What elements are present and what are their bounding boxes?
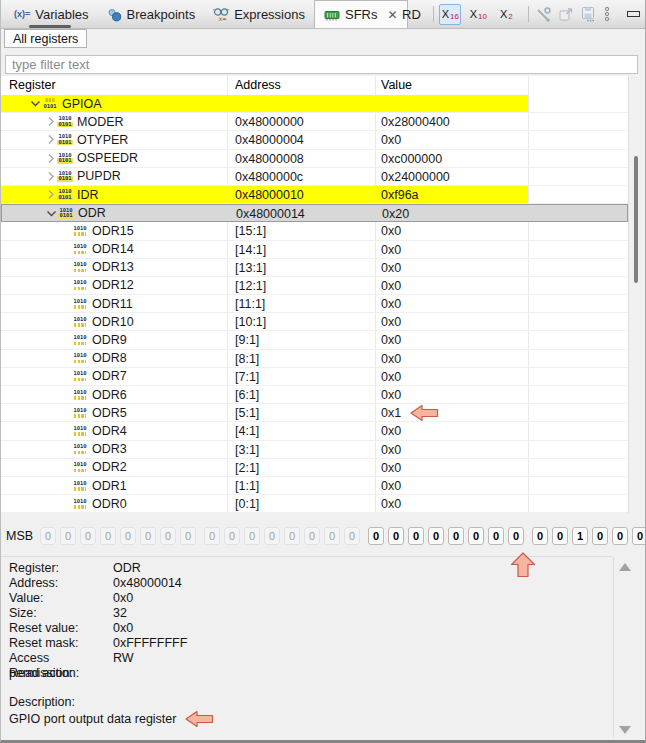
bit-6[interactable]: 0 <box>552 527 568 545</box>
register-value[interactable]: 0xf96a <box>381 188 419 202</box>
bit-14[interactable]: 0 <box>388 527 404 545</box>
register-value[interactable]: 0x1 <box>381 406 401 420</box>
register-value[interactable]: 0x28000400 <box>381 115 450 129</box>
table-row-idr[interactable]: 10100101IDR0x480000100xf96a <box>1 186 628 204</box>
table-row-odr2[interactable]: 1010ODR2[2:1]0x0 <box>1 459 628 477</box>
register-value[interactable]: 0x0 <box>381 297 401 311</box>
tab-variables[interactable]: (x)= Variables <box>5 0 98 28</box>
chevron-right-icon[interactable] <box>44 134 57 146</box>
tab-expressions[interactable]: x= Expressions <box>204 0 314 28</box>
register-value[interactable]: 0x24000000 <box>381 170 450 184</box>
table-row-odr5[interactable]: 1010ODR5[5:1]0x1 <box>1 404 628 422</box>
table-row-odr[interactable]: 10100101ODR0x480000140x20 <box>1 204 628 222</box>
bit-18: 0 <box>304 527 320 545</box>
chevron-right-icon[interactable] <box>44 170 57 182</box>
table-row-odr9[interactable]: 1010ODR9[9:1]0x0 <box>1 331 628 349</box>
register-value[interactable]: 0x0 <box>381 333 401 347</box>
table-row-odr15[interactable]: 1010ODR15[15:1]0x0 <box>1 222 628 240</box>
table-row-odr7[interactable]: 1010ODR7[7:1]0x0 <box>1 368 628 386</box>
bit-3[interactable]: 0 <box>612 527 628 545</box>
bit-8[interactable]: 0 <box>508 527 524 545</box>
register-value[interactable]: 0x0 <box>381 424 401 438</box>
close-icon[interactable]: ✕ <box>387 8 397 22</box>
bit-7[interactable]: 0 <box>532 527 548 545</box>
column-header-address[interactable]: Address <box>235 78 281 92</box>
scroll-down-icon[interactable] <box>619 726 631 734</box>
value-cell: 0x0 <box>381 313 401 331</box>
table-row-pupdr[interactable]: 10100101PUPDR0x4800000c0x24000000 <box>1 168 628 186</box>
register-value[interactable]: 0x0 <box>381 243 401 257</box>
register-value[interactable]: 0x0 <box>381 370 401 384</box>
chevron-down-icon[interactable] <box>29 98 42 110</box>
table-row-otyper[interactable]: 10100101OTYPER0x480000040x0 <box>1 131 628 149</box>
register-icon: 10100101 <box>57 116 73 127</box>
chevron-right-icon[interactable] <box>44 152 57 164</box>
details-scrollbar[interactable] <box>613 557 614 737</box>
bit-4[interactable]: 0 <box>592 527 608 545</box>
chevron-right-icon[interactable] <box>44 189 57 201</box>
radix-hex-button[interactable]: X16 <box>439 4 461 25</box>
radix-bin-button[interactable]: X2 <box>495 4 517 25</box>
register-name: PUPDR <box>77 169 121 183</box>
table-scrollbar-thumb[interactable] <box>634 156 638 283</box>
bit-2[interactable]: 0 <box>632 527 646 545</box>
bit-12[interactable]: 0 <box>428 527 444 545</box>
register-value[interactable]: 0x0 <box>381 479 401 493</box>
radix-dec-button[interactable]: X10 <box>467 4 489 25</box>
detail-value: 0x48000014 <box>113 576 182 591</box>
register-value[interactable]: 0x0 <box>381 352 401 366</box>
register-value[interactable]: 0x0 <box>381 388 401 402</box>
column-header-register[interactable]: Register <box>9 78 56 92</box>
bit-10[interactable]: 0 <box>468 527 484 545</box>
column-header-value[interactable]: Value <box>381 78 412 92</box>
register-address: [6:1] <box>235 388 259 402</box>
register-name: ODR0 <box>92 497 127 511</box>
view-menu-icon[interactable] <box>602 6 612 22</box>
register-value[interactable]: 0x0 <box>381 443 401 457</box>
tab-all-registers[interactable]: All registers <box>4 29 87 48</box>
table-row-odr11[interactable]: 1010ODR11[11:1]0x0 <box>1 295 628 313</box>
table-row-odr10[interactable]: 1010ODR10[10:1]0x0 <box>1 313 628 331</box>
table-row-odr14[interactable]: 1010ODR14[14:1]0x0 <box>1 241 628 259</box>
filter-input[interactable] <box>5 55 638 74</box>
rd-button[interactable]: RD <box>402 7 421 22</box>
bit-13[interactable]: 0 <box>408 527 424 545</box>
register-value[interactable]: 0x0 <box>381 497 401 511</box>
register-icon: 10100101 <box>57 171 73 182</box>
register-value[interactable]: 0x0 <box>381 315 401 329</box>
table-row-odr6[interactable]: 1010ODR6[6:1]0x0 <box>1 386 628 404</box>
scroll-up-icon[interactable] <box>619 563 631 571</box>
table-row-odr3[interactable]: 1010ODR3[3:1]0x0 <box>1 441 628 459</box>
export-icon[interactable] <box>558 6 574 22</box>
table-row-moder[interactable]: 10100101MODER0x480000000x28000400 <box>1 113 628 131</box>
value-cell: 0x1 <box>381 404 439 422</box>
save-icon[interactable] <box>580 6 596 22</box>
table-row-odr1[interactable]: 1010ODR1[1:1]0x0 <box>1 477 628 495</box>
minimize-icon[interactable] <box>627 11 640 17</box>
tab-sfrs[interactable]: SFRs ✕ <box>314 0 408 28</box>
register-icon: 10100101 <box>57 153 73 164</box>
chevron-right-icon[interactable] <box>44 116 57 128</box>
register-value[interactable]: 0x0 <box>381 461 401 475</box>
table-row-odr12[interactable]: 1010ODR12[12:1]0x0 <box>1 277 628 295</box>
table-row-odr13[interactable]: 1010ODR13[13:1]0x0 <box>1 259 628 277</box>
table-row-gpioa[interactable]: 8880101GPIOA <box>1 95 628 113</box>
table-row-ospeedr[interactable]: 10100101OSPEEDR0x480000080xc000000 <box>1 150 628 168</box>
tab-breakpoints[interactable]: Breakpoints <box>98 0 205 28</box>
register-value[interactable]: 0x0 <box>381 261 401 275</box>
detail-row: Value:0x0 <box>1 591 613 606</box>
register-value[interactable]: 0x0 <box>381 279 401 293</box>
configure-tools-icon[interactable] <box>534 6 552 23</box>
table-row-odr8[interactable]: 1010ODR8[8:1]0x0 <box>1 350 628 368</box>
chevron-down-icon[interactable] <box>45 207 58 219</box>
register-value[interactable]: 0x20 <box>382 207 409 221</box>
bit-9[interactable]: 0 <box>488 527 504 545</box>
bit-15[interactable]: 0 <box>368 527 384 545</box>
register-value[interactable]: 0xc000000 <box>381 152 442 166</box>
register-value[interactable]: 0x0 <box>381 224 401 238</box>
register-value[interactable]: 0x0 <box>381 133 401 147</box>
bit-5[interactable]: 1 <box>572 527 588 545</box>
table-row-odr0[interactable]: 1010ODR0[0:1]0x0 <box>1 495 628 513</box>
table-row-odr4[interactable]: 1010ODR4[4:1]0x0 <box>1 422 628 440</box>
bit-11[interactable]: 0 <box>448 527 464 545</box>
